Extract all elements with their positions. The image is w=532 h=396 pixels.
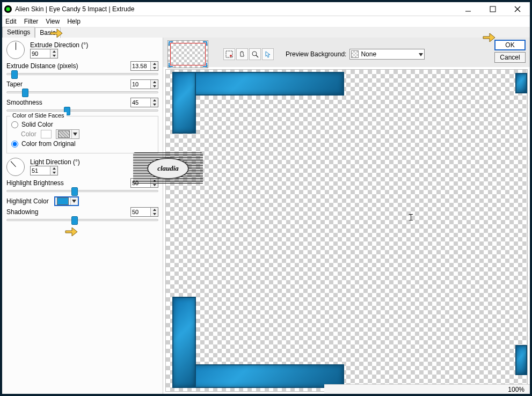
menu-edit[interactable]: Edit (5, 18, 17, 25)
color-swatch[interactable] (41, 130, 52, 138)
spin-up-icon[interactable] (151, 62, 158, 66)
extruded-shape (515, 345, 527, 375)
color-label: Color (21, 130, 37, 138)
marquee-tool-icon[interactable] (223, 48, 235, 60)
preview-background-combo[interactable]: None (349, 49, 425, 60)
svg-marker-12 (73, 133, 77, 136)
preview-background-control: Preview Background: None (286, 49, 425, 60)
svg-marker-11 (153, 104, 156, 106)
extrude-distance-slider[interactable] (6, 73, 158, 75)
highlight-color-button[interactable] (54, 196, 79, 206)
maximize-button[interactable] (480, 2, 505, 16)
taper-spinbox[interactable] (130, 79, 158, 89)
svg-marker-8 (153, 81, 156, 83)
taper-input[interactable] (131, 80, 150, 89)
zoom-level: 100% (508, 386, 524, 393)
extruded-shape (172, 297, 196, 388)
transparency-swatch-icon (351, 50, 359, 58)
tab-settings[interactable]: Settings (2, 27, 35, 38)
spin-down-icon[interactable] (50, 54, 57, 58)
spin-down-icon[interactable] (151, 84, 158, 89)
svg-marker-14 (53, 172, 56, 174)
spin-down-icon[interactable] (151, 212, 158, 216)
shadowing-row: Shadowing (6, 207, 158, 221)
svg-marker-18 (153, 209, 156, 211)
navigator-thumbnail[interactable] (167, 40, 208, 68)
smoothness-label: Smoothness (6, 99, 42, 106)
smoothness-slider[interactable] (6, 109, 158, 112)
taper-label: Taper (6, 80, 23, 88)
svg-marker-5 (53, 55, 56, 57)
light-direction-input[interactable] (31, 166, 50, 175)
light-direction-dial[interactable] (6, 158, 25, 176)
menu-filter[interactable]: Filter (24, 18, 39, 25)
color-from-original-radio[interactable] (11, 141, 18, 148)
extrude-direction-row: Extrude Direction (°) (6, 41, 158, 59)
extrude-distance-row: Extrude Distance (pixels) (6, 61, 158, 75)
spin-down-icon[interactable] (50, 171, 57, 175)
slider-thumb[interactable] (71, 187, 78, 196)
shadowing-spinbox[interactable] (130, 207, 158, 217)
tab-basic[interactable]: Basic (35, 27, 60, 38)
app-icon (4, 5, 12, 13)
app-window: Alien Skin | Eye Candy 5 Impact | Extrud… (0, 0, 532, 396)
spin-up-icon[interactable] (151, 80, 158, 84)
spin-down-icon[interactable] (151, 102, 158, 107)
extrude-direction-label: Extrude Direction (°) (30, 41, 88, 49)
svg-marker-13 (53, 167, 56, 170)
svg-marker-4 (53, 50, 56, 53)
close-button[interactable] (505, 2, 530, 16)
spin-up-icon[interactable] (50, 49, 57, 54)
color-from-original-label: Color from Original (21, 140, 76, 148)
right-area: Preview Background: None OK Cancel (163, 38, 530, 394)
ok-button[interactable]: OK (494, 40, 526, 50)
menu-help[interactable]: Help (67, 18, 81, 25)
side-faces-legend: Color of Side Faces (10, 112, 67, 119)
window-title: Alien Skin | Eye Candy 5 Impact | Extrud… (15, 5, 456, 13)
hand-tool-icon[interactable] (236, 48, 248, 60)
highlight-color-label: Highlight Color (6, 197, 49, 205)
svg-rect-1 (490, 6, 495, 12)
spin-down-icon[interactable] (151, 66, 158, 70)
tabs-row: Settings Basic (2, 27, 530, 38)
shadowing-input[interactable] (131, 208, 150, 216)
svg-line-23 (256, 55, 258, 57)
chevron-down-icon (419, 50, 423, 58)
watermark-text: claudia (147, 158, 189, 179)
extrude-distance-spinbox[interactable] (130, 61, 158, 71)
smoothness-row: Smoothness (6, 98, 158, 112)
extrude-distance-input[interactable] (131, 62, 150, 70)
taper-slider[interactable] (6, 91, 158, 93)
slider-thumb[interactable] (11, 70, 18, 79)
svg-marker-10 (153, 99, 156, 101)
dialog-buttons: OK Cancel (494, 40, 526, 63)
slider-thumb[interactable] (71, 216, 78, 225)
smoothness-input[interactable] (131, 98, 150, 107)
pointer-tool-icon[interactable] (262, 48, 274, 60)
color-picker-button[interactable] (56, 129, 79, 139)
solid-color-radio[interactable] (11, 121, 18, 128)
menu-view[interactable]: View (46, 18, 60, 25)
extrude-direction-input[interactable] (31, 49, 50, 58)
zoom-tool-icon[interactable] (249, 48, 261, 60)
spin-up-icon[interactable] (50, 166, 57, 171)
highlight-color-row: Highlight Color (6, 196, 158, 206)
titlebar: Alien Skin | Eye Candy 5 Impact | Extrud… (2, 2, 530, 16)
spin-up-icon[interactable] (151, 98, 158, 102)
spin-up-icon[interactable] (151, 208, 158, 212)
highlight-brightness-slider[interactable] (6, 190, 158, 192)
smoothness-spinbox[interactable] (130, 98, 158, 107)
minimize-button[interactable] (456, 2, 480, 16)
extrude-direction-dial[interactable] (6, 41, 25, 59)
svg-marker-7 (153, 67, 156, 69)
slider-thumb[interactable] (22, 89, 28, 97)
light-direction-spinbox[interactable] (30, 166, 58, 175)
cancel-button[interactable]: Cancel (494, 52, 526, 63)
shadowing-label: Shadowing (6, 208, 38, 216)
shadowing-slider[interactable] (6, 219, 158, 221)
preview-canvas[interactable]: 𝙸 (165, 69, 528, 392)
menubar: Edit Filter View Help (2, 16, 530, 27)
extrude-direction-spinbox[interactable] (30, 49, 58, 58)
preview-background-value: None (361, 50, 376, 58)
status-bar: 100% (324, 384, 530, 394)
